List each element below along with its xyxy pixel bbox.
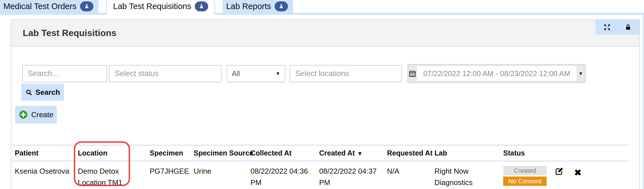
sort-desc-icon: ▼ bbox=[357, 150, 363, 157]
flask-icon bbox=[195, 1, 208, 11]
search-icon bbox=[25, 89, 32, 96]
calendar-icon bbox=[408, 65, 417, 82]
cell-specimen-source: Urine bbox=[191, 161, 248, 189]
cell-lab: Right Now Diagnostics bbox=[432, 161, 500, 189]
plus-circle-icon bbox=[18, 110, 28, 119]
cell-created-at: 08/22/2022 04:37 PM bbox=[316, 161, 384, 189]
page-title: Lab Test Requisitions bbox=[23, 28, 116, 38]
lab-test-requisitions-panel: Lab Test Requisitions bbox=[11, 19, 640, 189]
cell-location: Demo Detox Location TM1 bbox=[75, 161, 147, 189]
lock-icon[interactable] bbox=[624, 24, 632, 31]
column-header-spacer bbox=[591, 145, 629, 161]
screenshot-root: Medical Test Orders Lab Test Requisition… bbox=[0, 0, 644, 189]
panel-header: Lab Test Requisitions bbox=[11, 20, 639, 47]
column-header-created-at[interactable]: Created At▼ bbox=[316, 145, 384, 161]
tab-label: Lab Reports bbox=[226, 2, 271, 11]
tab-label: Lab Test Requisitions bbox=[113, 2, 191, 11]
column-header-patient[interactable]: Patient bbox=[12, 145, 75, 161]
chevron-down-icon: ▼ bbox=[275, 71, 280, 76]
search-button-label: Search bbox=[35, 88, 60, 97]
column-header-status[interactable]: Status bbox=[500, 145, 551, 161]
page-right-divider bbox=[643, 14, 644, 189]
search-button[interactable]: Search bbox=[21, 84, 64, 101]
table-header-row: Patient Location Specimen Specimen Sourc… bbox=[12, 145, 629, 161]
edit-icon[interactable] bbox=[554, 167, 564, 176]
type-select-value: All bbox=[232, 69, 240, 78]
create-button-label: Create bbox=[31, 110, 53, 119]
status-badge-no-consent: No Consent bbox=[503, 177, 547, 186]
type-select[interactable]: All ▼ bbox=[227, 65, 285, 82]
cell-status: Created No Consent bbox=[500, 161, 551, 189]
panel-body: All ▼ 07/22/2022 12:00 AM - 08/23/2022 1… bbox=[11, 47, 639, 189]
tab-lab-test-requisitions[interactable]: Lab Test Requisitions bbox=[106, 0, 215, 15]
cell-requested-at: N/A bbox=[384, 161, 432, 189]
tab-bar: Medical Test Orders Lab Test Requisition… bbox=[0, 0, 644, 15]
column-header-actions bbox=[551, 145, 571, 161]
panel-header-tools bbox=[595, 20, 639, 35]
date-range-picker: 07/22/2022 12:00 AM - 08/23/2022 12:00 A… bbox=[407, 64, 586, 83]
date-range-input[interactable]: 07/22/2022 12:00 AM - 08/23/2022 12:00 A… bbox=[417, 66, 577, 81]
cell-patient: Ksenia Osetrova bbox=[12, 161, 75, 189]
requisitions-table: Patient Location Specimen Specimen Sourc… bbox=[12, 145, 629, 189]
status-filter-input[interactable] bbox=[109, 65, 221, 82]
flask-icon bbox=[80, 1, 93, 11]
flask-icon bbox=[275, 1, 288, 11]
cell-edit-action bbox=[551, 161, 571, 189]
search-input[interactable] bbox=[22, 65, 107, 82]
locations-filter-input[interactable] bbox=[290, 65, 402, 82]
column-header-actions bbox=[571, 145, 591, 161]
cancel-icon[interactable]: ✖ bbox=[574, 167, 582, 178]
tab-medical-test-orders[interactable]: Medical Test Orders bbox=[0, 0, 99, 13]
expand-icon[interactable] bbox=[603, 23, 611, 32]
chevron-down-icon: ▼ bbox=[578, 71, 583, 76]
cell-spacer bbox=[591, 161, 629, 189]
column-header-location[interactable]: Location bbox=[75, 145, 147, 161]
column-header-collected-at[interactable]: Collected At bbox=[248, 145, 316, 161]
cell-collected-at: 08/22/2022 04:36 PM bbox=[248, 161, 316, 189]
date-range-dropdown-button[interactable]: ▼ bbox=[576, 65, 585, 82]
tab-label: Medical Test Orders bbox=[3, 2, 76, 11]
create-button[interactable]: Create bbox=[15, 106, 57, 123]
column-header-lab[interactable]: Lab bbox=[432, 145, 500, 161]
status-badge-created: Created bbox=[503, 166, 547, 175]
column-header-specimen-source[interactable]: Specimen Source bbox=[191, 145, 248, 161]
cell-specimen: PG7JHGEE bbox=[147, 161, 191, 189]
column-header-specimen[interactable]: Specimen bbox=[147, 145, 191, 161]
column-header-requested-at[interactable]: Requested At bbox=[384, 145, 432, 161]
cell-cancel-action: ✖ bbox=[571, 161, 591, 189]
table-row: Ksenia Osetrova Demo Detox Location TM1 … bbox=[12, 161, 629, 189]
tab-lab-reports[interactable]: Lab Reports bbox=[223, 0, 293, 13]
